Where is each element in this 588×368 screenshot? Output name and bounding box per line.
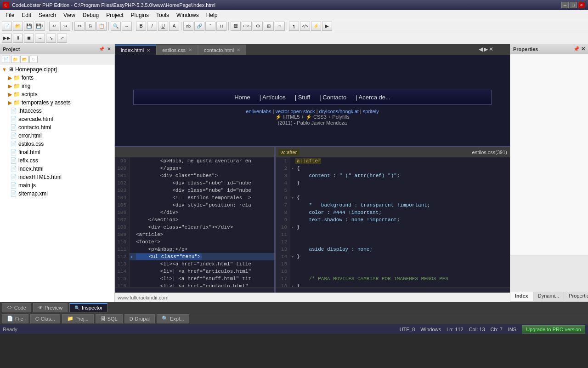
font-btn[interactable]: A bbox=[169, 22, 179, 31]
bottom-tab-code[interactable]: <> Code bbox=[2, 303, 31, 312]
debug-pause[interactable]: ⏸ bbox=[13, 34, 23, 43]
redo-btn[interactable]: ↪ bbox=[60, 22, 70, 31]
tab-index-close[interactable]: ✕ bbox=[147, 48, 150, 53]
tree-contacto[interactable]: 📄 contacto.html bbox=[0, 123, 114, 132]
secondary-tab-class[interactable]: C Clas... bbox=[30, 314, 60, 323]
italic-btn[interactable]: I bbox=[147, 22, 157, 31]
tree-error[interactable]: 📄 error.html bbox=[0, 132, 114, 140]
new-folder-btn[interactable]: 📁 bbox=[11, 56, 19, 63]
close-button[interactable]: ✕ bbox=[578, 2, 585, 8]
rp-tab-index[interactable]: Index bbox=[510, 292, 533, 301]
debug-stop[interactable]: ⏹ bbox=[24, 34, 34, 43]
tree-scripts[interactable]: ▶ 📁 scripts bbox=[0, 90, 114, 98]
nav-home[interactable]: Home bbox=[234, 94, 250, 101]
h-scrollbar-left[interactable] bbox=[115, 287, 274, 293]
tree-iefix[interactable]: 📄 iefix.css bbox=[0, 156, 114, 165]
tab-close-panel-btn[interactable]: ✕ bbox=[489, 46, 493, 52]
tree-root[interactable]: ▼ 🖥 Homepage.clpprj bbox=[0, 65, 114, 74]
tree-estilos[interactable]: 📄 estilos.css bbox=[0, 140, 114, 148]
menu-tools[interactable]: Tools bbox=[153, 11, 173, 19]
tab-next-btn[interactable]: ▶ bbox=[484, 46, 488, 52]
tree-temporales[interactable]: ▶ 📁 temporales y assets bbox=[0, 98, 114, 107]
debug-step1[interactable]: → bbox=[35, 34, 45, 43]
bottom-tab-inspector[interactable]: 🔍 Inspector bbox=[69, 303, 107, 312]
tree-final[interactable]: 📄 final.html bbox=[0, 148, 114, 156]
debug-start[interactable]: ▶▶ bbox=[2, 34, 12, 43]
css-btn[interactable]: CSS bbox=[242, 22, 252, 31]
right-code-editor[interactable]: 1a::after2▾{3 content : " (" attr(href) … bbox=[276, 157, 510, 287]
secondary-tab-proj[interactable]: 📁 Proj... bbox=[62, 314, 94, 323]
misc-btn[interactable]: ⚙ bbox=[253, 22, 263, 31]
new-file-btn[interactable]: 📄 bbox=[2, 56, 10, 63]
cut-btn[interactable]: ✂ bbox=[74, 22, 85, 31]
footer-link-1[interactable]: enlivenlabs bbox=[246, 109, 271, 114]
debug-step3[interactable]: ↗ bbox=[57, 34, 67, 43]
undo-btn[interactable]: ↩ bbox=[49, 22, 59, 31]
copy-btn[interactable]: ⎘ bbox=[85, 22, 96, 31]
refresh-btn[interactable]: ↻ bbox=[29, 56, 38, 63]
secondary-tab-file[interactable]: 📄 File bbox=[2, 314, 28, 323]
tab-estilos-css[interactable]: estilos.css ✕ bbox=[156, 45, 198, 55]
nav-articulos[interactable]: | Artículos bbox=[260, 94, 286, 101]
tree-sitemap[interactable]: 📄 sitemap.xml bbox=[0, 190, 114, 198]
menu-edit[interactable]: Edit bbox=[18, 11, 35, 19]
nav-acercade[interactable]: | Acerca de... bbox=[356, 94, 390, 101]
list-btn[interactable]: ≡ bbox=[275, 22, 285, 31]
bold-btn[interactable]: B bbox=[136, 22, 146, 31]
tab-index-html[interactable]: index.html ✕ bbox=[115, 45, 156, 55]
heading-btn[interactable]: H bbox=[216, 22, 226, 31]
tab-contacto-html[interactable]: contacto.html ✕ bbox=[198, 45, 246, 55]
tree-acercade[interactable]: 📄 acercade.html bbox=[0, 115, 114, 123]
menu-project[interactable]: Project bbox=[102, 11, 127, 19]
secondary-tab-sql[interactable]: 🗄 SQL bbox=[96, 314, 123, 323]
tree-index[interactable]: 📄 index.html bbox=[0, 165, 114, 173]
tree-img[interactable]: ▶ 📁 img bbox=[0, 82, 114, 90]
tree-fonts[interactable]: ▶ 📁 fonts bbox=[0, 74, 114, 82]
prop-btn[interactable]: ⚡ bbox=[311, 22, 321, 31]
tree-htaccess[interactable]: 📄 .htaccess bbox=[0, 107, 114, 115]
tab-contacto-close[interactable]: ✕ bbox=[237, 47, 240, 52]
para-btn[interactable]: ¶ bbox=[289, 22, 299, 31]
menu-file[interactable]: File bbox=[2, 11, 18, 19]
h1-btn[interactable]: nb bbox=[183, 22, 193, 31]
nav-contacto[interactable]: | Contacto bbox=[319, 94, 346, 101]
new-btn[interactable]: 📄 bbox=[2, 22, 12, 31]
rp-tab-dynamic[interactable]: Dynami... bbox=[533, 292, 564, 301]
debug-step2[interactable]: ↘ bbox=[46, 34, 56, 43]
nav-stuff[interactable]: | Stuff bbox=[295, 94, 311, 101]
table-btn[interactable]: ⊞ bbox=[264, 22, 274, 31]
save-btn[interactable]: 💾 bbox=[24, 22, 34, 31]
upgrade-button[interactable]: Upgrade to PRO version bbox=[522, 325, 585, 334]
menu-debug[interactable]: Debug bbox=[79, 11, 102, 19]
save-all-btn[interactable]: 💾+ bbox=[35, 22, 45, 31]
menu-plugins[interactable]: Plugins bbox=[127, 11, 153, 19]
footer-link-4[interactable]: spritely bbox=[363, 109, 379, 114]
h-scrollbar-right[interactable] bbox=[276, 287, 510, 293]
left-code-editor[interactable]: 99 <p>Hola, me gusta aventurar en100 </s… bbox=[115, 157, 274, 287]
find-btn[interactable]: 🔍 bbox=[111, 22, 121, 31]
rp-tab-properties[interactable]: Properties bbox=[564, 292, 588, 301]
panel-pin[interactable]: 📌 bbox=[98, 46, 105, 52]
footer-link-3[interactable]: dryIcons/hongkiat bbox=[319, 109, 359, 114]
run-btn[interactable]: ▶ bbox=[322, 22, 332, 31]
replace-btn[interactable]: ↔ bbox=[122, 22, 132, 31]
link-btn[interactable]: 🔗 bbox=[194, 22, 204, 31]
properties-pin[interactable]: 📌 bbox=[573, 46, 580, 52]
quote-btn[interactable]: " bbox=[205, 22, 215, 31]
menu-view[interactable]: View bbox=[60, 11, 79, 19]
panel-close[interactable]: ✕ bbox=[106, 46, 112, 52]
paste-btn[interactable]: 📋 bbox=[96, 22, 107, 31]
tree-mainjs[interactable]: 📄 main.js bbox=[0, 181, 114, 190]
properties-close[interactable]: ✕ bbox=[581, 46, 585, 52]
menu-help[interactable]: Help bbox=[203, 11, 221, 19]
tab-estilos-close[interactable]: ✕ bbox=[188, 47, 192, 52]
minimize-button[interactable]: ─ bbox=[561, 2, 569, 8]
open-btn[interactable]: 📂 bbox=[13, 22, 23, 31]
menu-windows[interactable]: Windows bbox=[173, 11, 203, 19]
menu-search[interactable]: Search bbox=[35, 11, 60, 19]
open-file-btn[interactable]: 📂 bbox=[20, 56, 28, 63]
img-btn[interactable]: 🖼 bbox=[231, 22, 241, 31]
secondary-tab-expl[interactable]: 🔍 Expl... bbox=[157, 314, 189, 323]
underline-btn[interactable]: U bbox=[158, 22, 168, 31]
secondary-tab-drupal[interactable]: D Drupal bbox=[124, 314, 155, 323]
